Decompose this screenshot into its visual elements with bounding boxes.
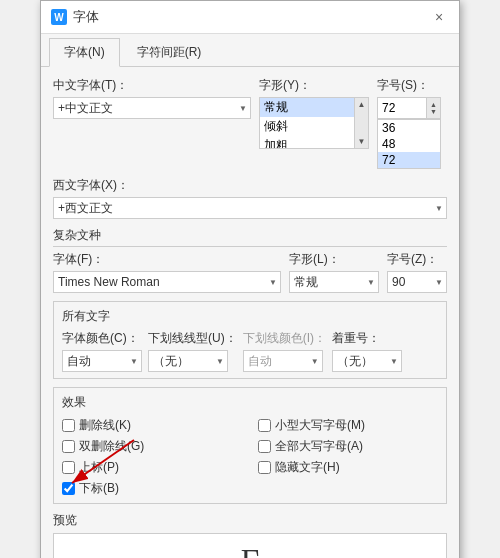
complex-style-select-wrapper: 常规 — [289, 271, 379, 293]
effect-strikethrough: 删除线(K) — [62, 417, 242, 434]
size-listbox[interactable]: 36 48 72 — [377, 119, 441, 169]
font-dialog: W 字体 × 字体(N) 字符间距(R) 中文字体(T)： +中文正文 字形(Y… — [40, 0, 460, 558]
style-scroll-down[interactable]: ▼ — [358, 137, 366, 146]
superscript-checkbox[interactable] — [62, 461, 75, 474]
small-caps-checkbox[interactable] — [258, 419, 271, 432]
underline-select-wrapper: （无） — [148, 350, 228, 372]
emphasis-select[interactable]: （无） — [332, 350, 402, 372]
effect-superscript: 上标(P) — [62, 459, 242, 476]
all-caps-checkbox[interactable] — [258, 440, 271, 453]
tab-spacing[interactable]: 字符间距(R) — [122, 38, 217, 66]
effects-grid: 删除线(K) 小型大写字母(M) 双删除线(G) 全部大写字母(A) 上标(P) — [62, 417, 438, 497]
size-option-72[interactable]: 72 — [378, 152, 440, 168]
complex-font-label: 字体(F)： — [53, 251, 281, 268]
double-strikethrough-label: 双删除线(G) — [79, 438, 144, 455]
color-select[interactable]: 自动 — [62, 350, 142, 372]
subscript-checkbox[interactable] — [62, 482, 75, 495]
emphasis-select-wrapper: （无） — [332, 350, 402, 372]
western-font-group: 西文字体(X)： +西文正文 — [53, 177, 447, 219]
double-strikethrough-checkbox[interactable] — [62, 440, 75, 453]
title-bar: W 字体 × — [41, 1, 459, 34]
western-font-select-wrapper: +西文正文 — [53, 197, 447, 219]
underline-color-label: 下划线颜色(I)： — [243, 330, 326, 347]
effect-subscript: 下标(B) — [62, 480, 242, 497]
complex-size-select-wrapper: 90 — [387, 271, 447, 293]
underline-color-select-wrapper: 自动 — [243, 350, 323, 372]
size-up[interactable]: ▲ — [430, 101, 437, 108]
subscript-label: 下标(B) — [79, 480, 119, 497]
chinese-font-group: 中文字体(T)： +中文正文 — [53, 77, 251, 119]
font-row-1: 中文字体(T)： +中文正文 字形(Y)： 常规 倾斜 加粗 ▲ — [53, 77, 447, 169]
close-button[interactable]: × — [429, 7, 449, 27]
effect-small-caps: 小型大写字母(M) — [258, 417, 438, 434]
tab-font[interactable]: 字体(N) — [49, 38, 120, 67]
style-group: 字形(Y)： 常规 倾斜 加粗 ▲ ▼ — [259, 77, 369, 149]
all-caps-label: 全部大写字母(A) — [275, 438, 363, 455]
dialog-title: 字体 — [73, 8, 99, 26]
underline-group: 下划线线型(U)： （无） — [148, 330, 237, 372]
complex-row: 字体(F)： Times New Roman 字形(L)： 常规 — [53, 251, 447, 293]
style-scroll-up[interactable]: ▲ — [358, 100, 366, 109]
underline-label: 下划线线型(U)： — [148, 330, 237, 347]
color-select-wrapper: 自动 — [62, 350, 142, 372]
preview-char: Г — [241, 542, 260, 558]
complex-style-select[interactable]: 常规 — [289, 271, 379, 293]
hidden-checkbox[interactable] — [258, 461, 271, 474]
superscript-label: 上标(P) — [79, 459, 119, 476]
all-text-label: 所有文字 — [62, 308, 438, 325]
western-font-row: 西文字体(X)： +西文正文 — [53, 177, 447, 219]
complex-font-select[interactable]: Times New Roman — [53, 271, 281, 293]
size-option-48[interactable]: 48 — [378, 136, 440, 152]
complex-size-group: 字号(Z)： 90 — [387, 251, 447, 293]
effect-hidden: 隐藏文字(H) — [258, 459, 438, 476]
dialog-content: 中文字体(T)： +中文正文 字形(Y)： 常规 倾斜 加粗 ▲ — [41, 67, 459, 558]
preview-label: 预览 — [53, 512, 447, 529]
effects-label: 效果 — [62, 394, 438, 411]
strikethrough-label: 删除线(K) — [79, 417, 131, 434]
color-group: 字体颜色(C)： 自动 — [62, 330, 142, 372]
complex-section-label: 复杂文种 — [53, 227, 447, 247]
complex-font-group: 字体(F)： Times New Roman — [53, 251, 281, 293]
size-down[interactable]: ▼ — [430, 108, 437, 115]
style-option-bold[interactable]: 加粗 — [260, 136, 354, 149]
effect-double-strikethrough: 双删除线(G) — [62, 438, 242, 455]
small-caps-label: 小型大写字母(M) — [275, 417, 365, 434]
complex-style-group: 字形(L)： 常规 — [289, 251, 379, 293]
emphasis-group: 着重号： （无） — [332, 330, 402, 372]
size-option-36[interactable]: 36 — [378, 120, 440, 136]
size-input[interactable] — [377, 97, 427, 119]
size-label: 字号(S)： — [377, 77, 447, 94]
hidden-label: 隐藏文字(H) — [275, 459, 340, 476]
complex-style-label: 字形(L)： — [289, 251, 379, 268]
color-label: 字体颜色(C)： — [62, 330, 142, 347]
underline-color-group: 下划线颜色(I)： 自动 — [243, 330, 326, 372]
underline-select[interactable]: （无） — [148, 350, 228, 372]
western-font-label: 西文字体(X)： — [53, 177, 447, 194]
style-option-italic[interactable]: 倾斜 — [260, 117, 354, 136]
strikethrough-checkbox[interactable] — [62, 419, 75, 432]
style-listbox[interactable]: 常规 倾斜 加粗 — [259, 97, 355, 149]
complex-section: 复杂文种 字体(F)： Times New Roman 字形(L)： 常规 — [53, 227, 447, 293]
western-font-select[interactable]: +西文正文 — [53, 197, 447, 219]
chinese-font-select-wrapper: +中文正文 — [53, 97, 251, 119]
style-label: 字形(Y)： — [259, 77, 369, 94]
complex-size-select[interactable]: 90 — [387, 271, 447, 293]
complex-size-label: 字号(Z)： — [387, 251, 447, 268]
app-icon: W — [51, 9, 67, 25]
complex-font-select-wrapper: Times New Roman — [53, 271, 281, 293]
preview-section: 预览 Г 尚未安装此字体，打印时将启用最相近的有效字体。 — [53, 512, 447, 558]
chinese-font-label: 中文字体(T)： — [53, 77, 251, 94]
size-group: 字号(S)： ▲ ▼ 36 48 72 — [377, 77, 447, 169]
all-text-controls: 字体颜色(C)： 自动 下划线线型(U)： （无） — [62, 330, 438, 372]
chinese-font-select[interactable]: +中文正文 — [53, 97, 251, 119]
underline-color-select[interactable]: 自动 — [243, 350, 323, 372]
effect-all-caps: 全部大写字母(A) — [258, 438, 438, 455]
preview-box: Г — [53, 533, 447, 558]
all-text-section: 所有文字 字体颜色(C)： 自动 下划线线型(U)： （无） — [53, 301, 447, 379]
emphasis-label: 着重号： — [332, 330, 402, 347]
tab-bar: 字体(N) 字符间距(R) — [41, 34, 459, 67]
title-bar-left: W 字体 — [51, 8, 99, 26]
style-option-regular[interactable]: 常规 — [260, 98, 354, 117]
effects-section: 效果 删除线(K) 小型大写字母(M) 双删除线(G) 全部大写字母(A) — [53, 387, 447, 504]
